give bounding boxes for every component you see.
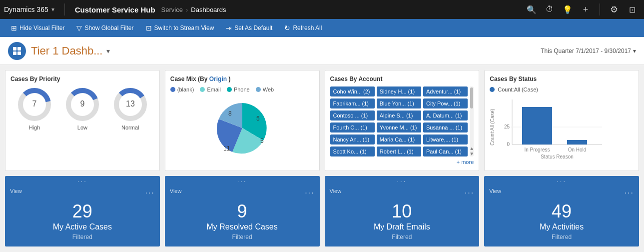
top-navigation: Dynamics 365 ▾ Customer Service Hub Serv… (0, 0, 644, 19)
metric-view-label-1[interactable]: View (170, 188, 182, 194)
more-accounts-link[interactable]: + more (457, 159, 474, 165)
scroll-arrow-up[interactable]: ▲ (469, 146, 474, 151)
donut-low: 9 Low (64, 86, 100, 130)
metric-tile-1: ... View ... 9 My Resolved Cases Filtere… (165, 176, 320, 246)
bar-chart-svg: 0 25 In Progress On Hold Status Reason (497, 94, 607, 160)
account-tag[interactable]: Fourth C... (1) (330, 122, 375, 132)
metric-name-3: My Activities (540, 222, 584, 232)
legend-blank-dot (170, 87, 175, 92)
pie-chart-svg: 5 5 8 11 (202, 96, 282, 160)
metric-name-0: My Active Cases (53, 222, 112, 232)
bar-legend-label: Count:All (Case) (498, 86, 538, 92)
svg-text:On Hold: On Hold (568, 147, 587, 152)
donut-high: 7 High (16, 86, 52, 130)
hide-visual-filter-button[interactable]: ⊞ Hide Visual Filter (6, 22, 69, 34)
settings-icon[interactable]: ⚙ (606, 2, 622, 18)
metric-body-3: 49 My Activities Filtered (484, 198, 639, 246)
filter-icon: ⊞ (11, 24, 17, 32)
default-icon: ⇥ (226, 24, 232, 32)
search-icon[interactable]: 🔍 (524, 2, 540, 18)
metric-number-3: 49 (552, 202, 572, 222)
metric-view-label-2[interactable]: View (330, 188, 342, 194)
global-filter-icon: ▽ (76, 24, 82, 32)
help-icon[interactable]: ⊡ (624, 2, 640, 18)
metric-dots-1[interactable]: ... (305, 186, 314, 196)
scroll-arrow-down[interactable]: ▼ (469, 151, 474, 156)
legend-email-label: Email (207, 86, 221, 92)
svg-rect-23 (567, 140, 587, 144)
account-tag[interactable]: Contoso ... (1) (330, 110, 375, 120)
set-as-default-button[interactable]: ⇥ Set As Default (221, 22, 277, 34)
refresh-all-label: Refresh All (293, 24, 322, 32)
cases-by-status-title: Cases By Status (490, 76, 634, 82)
module-name[interactable]: Customer Service Hub (69, 6, 161, 14)
legend-web-dot (256, 87, 261, 92)
account-tag[interactable]: Nancy An... (1) (330, 134, 375, 144)
account-tag[interactable]: Litware,... (1) (423, 134, 468, 144)
breadcrumb-arrow: › (186, 6, 188, 14)
show-global-filter-button[interactable]: ▽ Show Global Filter (71, 22, 138, 34)
cases-by-account-title: Cases By Account (330, 76, 474, 82)
case-mix-card: Case Mix (By Origin ) (blank) Email Phon… (165, 70, 320, 171)
legend-web: Web (256, 86, 274, 92)
breadcrumb-service[interactable]: Service (161, 6, 183, 14)
switch-to-stream-button[interactable]: ⊡ Switch to Stream View (141, 22, 219, 34)
metric-view-label-0[interactable]: View (10, 188, 22, 194)
account-tag[interactable]: A. Datum... (1) (423, 110, 468, 120)
cases-by-priority-card: Cases By Priority 7 High 9 (5, 70, 160, 171)
svg-text:5: 5 (260, 138, 264, 144)
dashboard-icon (8, 42, 26, 60)
metric-number-0: 29 (72, 202, 92, 222)
account-tag[interactable]: Alpine S... (1) (377, 110, 421, 120)
metric-name-2: My Draft Emails (374, 222, 430, 232)
metric-sub-1: Filtered (232, 234, 252, 240)
dashboard-title[interactable]: Tier 1 Dashb... (31, 44, 102, 58)
cases-by-status-card: Cases By Status Count:All (Case) Count:A… (484, 70, 639, 171)
account-tag[interactable]: Susanna ... (1) (423, 122, 468, 132)
account-tag[interactable]: Fabrikam... (1) (330, 98, 375, 108)
legend-phone: Phone (227, 86, 250, 92)
bar-legend-dot (490, 87, 495, 92)
account-tag[interactable]: Adventur... (1) (423, 86, 468, 96)
account-tag[interactable]: Scott Ko... (1) (330, 146, 375, 156)
metric-tile-0: ... View ... 29 My Active Cases Filtered (5, 176, 160, 246)
account-tag[interactable]: Blue Yon... (1) (377, 98, 421, 108)
dashboard-header: Tier 1 Dashb... ▾ This Quarter 7/1/2017 … (0, 37, 644, 65)
metric-body-0: 29 My Active Cases Filtered (5, 198, 160, 246)
account-tag[interactable]: Paul Can... (1) (423, 146, 468, 156)
account-tag[interactable]: Yvonne M... (1) (377, 122, 421, 132)
dashboard-dropdown-icon[interactable]: ▾ (106, 47, 110, 55)
account-tag[interactable]: Sidney H... (1) (377, 86, 421, 96)
metric-dots-0[interactable]: ... (145, 186, 154, 196)
svg-rect-2 (13, 52, 16, 55)
app-dropdown-icon[interactable]: ▾ (51, 6, 54, 13)
metric-dots-2[interactable]: ... (465, 186, 474, 196)
svg-text:11: 11 (223, 145, 230, 152)
metric-dots-3[interactable]: ... (625, 186, 634, 196)
date-range-chevron[interactable]: ▾ (633, 48, 636, 54)
switch-to-stream-label: Switch to Stream View (154, 24, 214, 32)
plus-icon[interactable]: + (578, 2, 594, 18)
y-axis-label: Count:All (Case) (490, 94, 495, 160)
bell-icon[interactable]: 💡 (560, 2, 576, 18)
account-tag[interactable]: City Pow... (1) (423, 98, 468, 108)
metric-row: ... View ... 29 My Active Cases Filtered… (5, 176, 639, 246)
case-mix-origin-link[interactable]: Origin (209, 76, 227, 82)
donut-high-label: High (29, 124, 40, 130)
svg-text:Status Reason: Status Reason (541, 154, 574, 160)
case-mix-title: Case Mix (By Origin ) (170, 76, 314, 82)
refresh-all-button[interactable]: ↻ Refresh All (279, 22, 327, 34)
main-content: Cases By Priority 7 High 9 (0, 65, 644, 252)
metric-name-1: My Resolved Cases (206, 222, 277, 232)
stream-icon: ⊡ (146, 24, 152, 32)
metric-view-label-3[interactable]: View (489, 188, 501, 194)
metric-tile-2: ... View ... 10 My Draft Emails Filtered (325, 176, 480, 246)
clock-icon[interactable]: ⏱ (542, 2, 558, 18)
legend-blank-label: (blank) (177, 86, 194, 92)
account-tag[interactable]: Robert L... (1) (377, 146, 421, 156)
account-tag[interactable]: Coho Win... (2) (330, 86, 375, 96)
app-name-section[interactable]: Dynamics 365 ▾ (4, 6, 60, 14)
donut-normal-label: Normal (121, 124, 139, 130)
legend-phone-label: Phone (234, 86, 250, 92)
account-tag[interactable]: Maria Ca... (1) (377, 134, 421, 144)
